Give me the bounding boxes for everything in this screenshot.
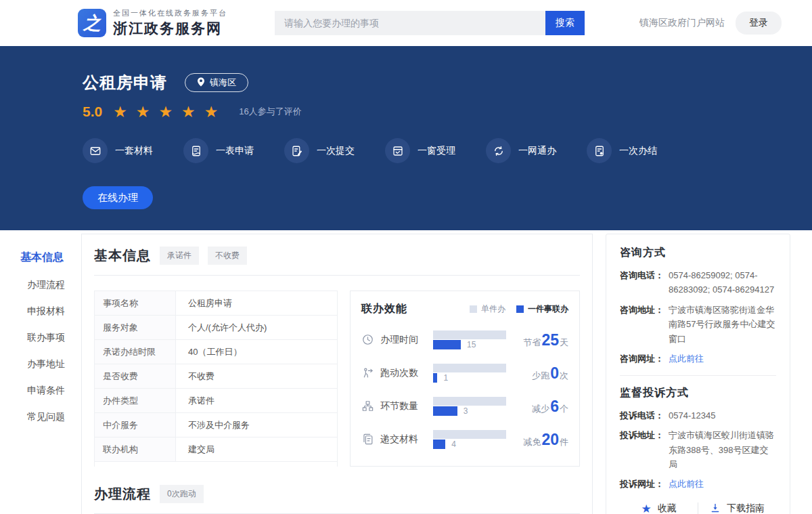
nav-item-materials[interactable]: 申报材料 [20,305,81,318]
consult-website-row: 咨询网址： 点此前往 [620,351,776,366]
anchor-nav: 基本信息 办理流程 申报材料 联办事项 办事地址 申请条件 常见问题 [0,234,81,437]
row-label: 是否收费 [95,364,176,388]
row-label: 投诉网址： [620,477,669,491]
legend-swatch-blue [516,305,524,313]
row-value: 公租房申请 [176,291,337,315]
row-label: 联办机构 [95,437,176,461]
metric-label: 递交材料 [380,433,430,446]
consult-website-link[interactable]: 点此前往 [669,351,776,366]
nav-item-address[interactable]: 办事地址 [20,358,81,370]
nav-item-basic-info[interactable]: 基本信息 [20,251,81,265]
favorite-button[interactable]: ★ 收藏 [620,502,698,514]
page-title: 公租房申请 [83,72,167,93]
login-button[interactable]: 登录 [736,12,782,35]
row-value: 个人/(允许个人代办) [176,316,337,339]
download-guide-button[interactable]: 下载指南 [698,502,776,514]
rating-participants: 16人参与了评价 [239,106,301,118]
row-label: 投诉地址： [620,428,669,471]
complaint-phone-row: 投诉电话： 0574-12345 [620,408,776,423]
location-badge-label: 镇海区 [210,77,236,89]
row-value: 0574-12345 [669,408,776,423]
download-icon [710,502,721,514]
table-row: 中介服务 不涉及中介服务 [95,413,337,437]
doc-seal-icon [587,138,612,163]
row-label: 事项名称 [95,291,176,315]
nav-item-faq[interactable]: 常见问题 [20,411,81,423]
submit-doc-icon [284,138,309,163]
bar-joint [433,340,461,349]
clock-icon [361,333,375,347]
feature-label: 一次提交 [317,145,355,157]
rating-block: 5.0 ★★★★★ 16人参与了评价 [83,104,812,120]
row-value: 0574-86259092; 0574-86283092; 0574-86294… [669,268,776,297]
nav-item-joint-items[interactable]: 联办事项 [20,332,81,344]
bar-value: 1 [443,373,448,383]
complaint-title: 监督投诉方式 [620,386,776,400]
page: 之 全国一体化在线政务服务平台 浙江政务服务网 搜索 镇海区政府门户网站 登录 … [0,0,812,514]
feature-list: 一套材料 一表申请 一次提交 一窗受理 [83,138,812,163]
feature-item: 一次提交 [284,138,355,163]
portal-link[interactable]: 镇海区政府门户网站 [639,17,725,29]
main-content-card: 基本信息 承诺件 不收费 事项名称 公租房申请 服务对象 个人/(允许个人代办) [81,234,593,514]
logo-tagline: 全国一体化在线政务服务平台 [113,8,227,18]
top-header: 之 全国一体化在线政务服务平台 浙江政务服务网 搜索 镇海区政府门户网站 登录 [0,0,812,46]
basic-info-title: 基本信息 [94,247,151,265]
feature-label: 一窗受理 [418,145,455,157]
process-title: 办理流程 [94,485,151,503]
contact-card: 咨询方式 咨询电话： 0574-86259092; 0574-86283092;… [606,234,790,514]
badge-promise-type: 承诺件 [160,247,199,265]
window-check-icon [385,138,410,163]
star-icon: ★ [158,103,181,121]
metric-label: 跑动次数 [380,367,430,379]
joint-efficiency-panel: 联办效能 单件办 一件事联办 [350,291,580,467]
location-badge[interactable]: 镇海区 [185,73,248,92]
envelope-icon [83,138,108,163]
row-label: 咨询网址： [620,351,669,366]
online-apply-button[interactable]: 在线办理 [83,186,153,209]
favorite-star-icon: ★ [641,503,651,514]
feature-item: 一次办结 [587,138,657,163]
table-row: 办件类型 承诺件 [95,389,337,413]
row-label: 中介服务 [95,413,176,437]
feature-item: 一表申请 [183,138,254,163]
bar-value: 15 [467,340,476,349]
row-label: 承诺办结时限 [95,340,176,364]
nav-item-process[interactable]: 办理流程 [20,279,81,291]
efficiency-row-materials: 递交材料 4 减免20件 [361,430,568,449]
row-value: 40（工作日） [176,340,337,364]
feature-label: 一表申请 [216,145,254,157]
row-value: 建交局 [176,437,337,461]
bar-single [433,330,506,339]
nav-item-conditions[interactable]: 申请条件 [20,385,81,397]
row-value: 不涉及中介服务 [176,413,337,437]
site-logo[interactable]: 之 全国一体化在线政务服务平台 浙江政务服务网 [78,8,227,38]
row-label: 办件类型 [95,389,176,412]
saving-text: 减少6个 [506,398,568,416]
legend-single: 单件办 [470,303,505,315]
bar-joint [433,440,445,449]
table-row: 事项名称 公租房申请 [95,291,337,316]
star-icon: ★ [181,103,204,121]
search-bar: 搜索 [275,11,585,35]
network-sync-icon [486,138,511,163]
hero-banner: 公租房申请 镇海区 5.0 ★★★★★ 16人参与了评价 一套材料 [0,46,812,230]
form-icon [183,138,208,163]
search-button[interactable]: 搜索 [545,11,585,35]
complaint-website-link[interactable]: 点此前往 [669,477,776,491]
search-input[interactable] [275,11,545,35]
bar-value: 3 [464,406,468,416]
feature-label: 一套材料 [115,145,153,157]
bar-joint [433,406,457,416]
row-label: 咨询地址： [620,303,669,346]
badge-zero-trips: 0次跑动 [160,485,204,503]
saving-text: 节省25天 [506,331,568,349]
row-value: 宁波市镇海区骆驼街道金华南路57号行政服务中心建交窗口 [669,303,776,346]
card-actions: ★ 收藏 下载指南 [620,502,776,514]
metric-label: 环节数量 [380,400,430,412]
site-name: 浙江政务服务网 [113,19,227,38]
docs-icon [361,433,375,446]
zhejiang-gov-logo-icon: 之 [78,9,106,37]
bar-joint [433,373,437,383]
metric-label: 办理时间 [380,334,430,346]
complaint-website-row: 投诉网址： 点此前往 [620,477,776,491]
